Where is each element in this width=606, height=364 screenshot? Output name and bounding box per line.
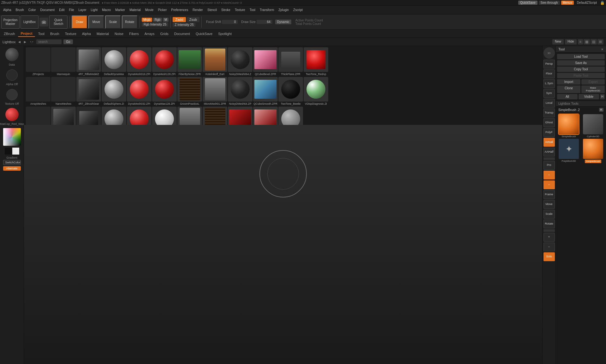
tab-noise[interactable]: Noise <box>112 31 126 37</box>
tool-thumb-cylinder3d[interactable]: Cylinder3D <box>581 114 605 138</box>
view-icon-3[interactable]: ▤ <box>591 39 597 44</box>
list-item[interactable]: FiberByNoise.ZPR <box>177 47 202 76</box>
list-item[interactable]: VDispDiagnosic.ZI <box>304 77 328 105</box>
color-swatch-black[interactable] <box>5 148 12 155</box>
list-item[interactable]: NoisyDMesh064.Z <box>228 47 252 76</box>
rgb-intensity-value[interactable]: Rgb Intensity 25 <box>142 22 168 26</box>
color-swatch-white[interactable] <box>12 148 19 155</box>
matcap-thumbnail[interactable] <box>5 108 19 121</box>
orange-btn-1[interactable]: – <box>544 171 555 179</box>
mrgb-button[interactable]: Mrgb <box>142 18 152 22</box>
tool-thumb-simplebrush2[interactable]: SimpleBrush <box>581 139 605 163</box>
list-item[interactable]: Kotelnikoff_Eart <box>203 47 227 76</box>
tab-grids[interactable]: Grids <box>158 31 171 37</box>
list-item[interactable]: DefaultDynaWax <box>102 47 126 76</box>
list-item[interactable]: NoisyDMesh64.ZP <box>228 77 252 105</box>
view-icon-2[interactable]: ▦ <box>584 39 590 44</box>
menu-layer[interactable]: Layer <box>77 8 88 12</box>
tab-zbrush[interactable]: ZBrush <box>1 31 17 37</box>
tab-brush[interactable]: Brush <box>48 31 62 37</box>
view-icon-4[interactable]: ⊞ <box>597 39 603 44</box>
floor-button[interactable]: Floor <box>544 69 555 78</box>
tab-arrays[interactable]: Arrays <box>142 31 157 37</box>
tab-alpha[interactable]: Alpha <box>80 31 93 37</box>
list-item[interactable]: 4R7_ZBrushSear <box>76 77 101 105</box>
persp-sphere[interactable]: 3D <box>544 47 555 59</box>
rgb-button[interactable]: Rgb <box>153 18 162 22</box>
camera-icon[interactable] <box>39 18 48 26</box>
list-item[interactable]: GroomPracticeL <box>177 77 202 105</box>
all-button[interactable]: All <box>557 94 578 99</box>
menu-material[interactable]: Material <box>128 8 143 12</box>
polyf-button[interactable]: PolyF <box>544 128 555 137</box>
r-button[interactable]: R <box>599 108 604 112</box>
list-item[interactable]: Mannequin <box>51 47 76 76</box>
list-item[interactable]: ArrayMeshes <box>26 77 50 105</box>
save-as-button[interactable]: Save As <box>557 60 605 66</box>
load-tool-button[interactable]: Load Tool <box>557 54 605 59</box>
menu-picker[interactable]: Picker <box>156 8 169 12</box>
list-item[interactable]: NanoMeshes <box>51 77 76 105</box>
transp-button[interactable]: Transp <box>544 109 555 117</box>
menu-tool[interactable]: Tool <box>248 8 257 12</box>
list-item[interactable]: DynaWax128.ZPI <box>152 77 177 105</box>
alpha-swatch[interactable] <box>6 69 18 81</box>
tab-project[interactable]: Project <box>18 31 35 37</box>
tab-texture[interactable]: Texture <box>62 31 79 37</box>
tool-thumb-simplebrush[interactable]: SimpleBrush <box>557 114 580 138</box>
list-item[interactable]: QCubeSmooth.ZPR <box>253 77 278 105</box>
clone-button[interactable]: Clone <box>557 85 580 93</box>
zoom-in-button[interactable]: + <box>544 233 555 242</box>
aahalf-button[interactable]: AAHalf <box>544 148 555 156</box>
solo-button[interactable]: Solo <box>544 252 555 261</box>
material-swatch[interactable] <box>5 48 19 61</box>
projection-master-button[interactable]: ProjectionMaster <box>1 15 20 29</box>
lightbox-button[interactable]: LightBox <box>21 15 39 29</box>
default-script[interactable]: DefaultZScript <box>575 1 599 4</box>
texture-swatch[interactable] <box>6 89 18 100</box>
list-item[interactable]: DynaMesh032.ZPI <box>127 77 152 105</box>
tab-material[interactable]: Material <box>94 31 111 37</box>
list-item[interactable]: DynaMesh128.ZPI <box>152 47 177 76</box>
frame-button[interactable]: Frame <box>544 190 555 199</box>
menu-macro[interactable]: Macro <box>100 8 113 12</box>
tool-panel-close[interactable]: ✕ <box>601 48 603 51</box>
list-item[interactable]: TwoTone_Beetle <box>278 77 303 105</box>
quicksave-button[interactable]: QuickSave <box>518 1 537 5</box>
menu-edit[interactable]: Edit <box>57 8 66 12</box>
menu-movie[interactable]: Movie <box>143 8 156 12</box>
list-item[interactable]: ThickPlane.ZPR <box>278 47 303 76</box>
actual-button[interactable]: Actual <box>544 138 555 147</box>
tool-thumb-polymesh3d[interactable]: ✦ PolyMesh3D <box>557 139 580 163</box>
zadd-button[interactable]: Zadd <box>173 17 186 22</box>
new-button[interactable]: New <box>552 39 564 44</box>
scale-button[interactable]: Scale <box>105 15 121 29</box>
see-through-button[interactable]: See-through <box>539 1 560 5</box>
make-polymesh-button[interactable]: Make PolyMesh3D <box>581 85 605 93</box>
orange-btn-2[interactable]: – <box>544 180 555 189</box>
focal-shift-value[interactable]: 0 <box>222 20 238 24</box>
menu-stroke[interactable]: Stroke <box>219 8 232 12</box>
scale-r-button[interactable]: Scale <box>544 210 555 219</box>
persp-button[interactable]: Persp <box>544 60 555 68</box>
list-item[interactable]: MicroMesh01.ZPR <box>203 77 227 105</box>
tab-spotlight[interactable]: Spotlight <box>216 31 234 37</box>
zsub-button[interactable]: Zsub <box>187 17 199 22</box>
quick-sketch-button[interactable]: QuickSketch <box>49 15 68 29</box>
color-picker[interactable] <box>3 128 21 146</box>
tab-tool[interactable]: Tool <box>36 31 47 37</box>
list-item[interactable]: 4R7_RifleModelZ <box>76 47 101 76</box>
h-button[interactable]: H <box>600 94 605 99</box>
list-item[interactable]: DefaultSphere.ZI <box>102 77 126 105</box>
menu-brush[interactable]: Brush <box>14 8 26 12</box>
menu-document[interactable]: Document <box>39 8 57 12</box>
rotate-button[interactable]: Rotate <box>122 15 138 29</box>
menu-stencil[interactable]: Stencil <box>205 8 219 12</box>
m-button[interactable]: M <box>163 18 169 22</box>
menu-color[interactable]: Color <box>27 8 38 12</box>
menu-file[interactable]: File <box>67 8 76 12</box>
move-r-button[interactable]: Move <box>544 200 555 209</box>
sym-button[interactable]: Sym <box>544 89 555 98</box>
menu-zplugin[interactable]: Zplugin <box>276 8 291 12</box>
list-item[interactable]: QCubeBevel.ZPR <box>253 47 278 76</box>
